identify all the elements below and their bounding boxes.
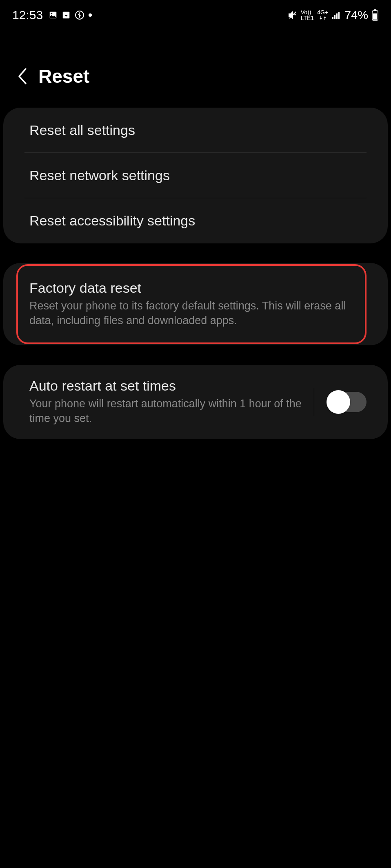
more-notifications-dot <box>89 13 92 17</box>
svg-rect-11 <box>373 13 377 20</box>
reset-accessibility-settings-item[interactable]: Reset accessibility settings <box>3 198 388 243</box>
svg-rect-6 <box>334 15 335 19</box>
download-icon <box>62 11 71 20</box>
setting-title: Reset accessibility settings <box>29 213 362 229</box>
setting-title: Auto restart at set times <box>29 378 314 394</box>
gallery-icon <box>49 11 58 20</box>
svg-rect-7 <box>336 13 338 19</box>
reset-network-settings-item[interactable]: Reset network settings <box>3 153 388 198</box>
setting-text: Auto restart at set times Your phone wil… <box>29 378 314 426</box>
reset-all-settings-item[interactable]: Reset all settings <box>3 108 388 153</box>
page-title: Reset <box>38 65 89 87</box>
app-update-icon <box>75 10 84 20</box>
status-left: 12:53 <box>12 8 92 22</box>
svg-rect-8 <box>338 12 340 19</box>
battery-icon <box>371 9 379 21</box>
auto-restart-toggle[interactable] <box>327 392 367 412</box>
back-button[interactable] <box>16 66 29 86</box>
setting-subtitle: Your phone will restart automatically wi… <box>29 396 314 426</box>
auto-restart-item[interactable]: Auto restart at set times Your phone wil… <box>3 365 388 439</box>
mute-icon <box>288 10 298 20</box>
factory-reset-section: Factory data reset Reset your phone to i… <box>3 263 388 345</box>
setting-title: Reset all settings <box>29 122 362 138</box>
svg-point-1 <box>51 13 53 15</box>
reset-options-section: Reset all settings Reset network setting… <box>3 108 388 243</box>
battery-percentage: 74% <box>344 9 368 22</box>
svg-rect-5 <box>332 17 333 19</box>
auto-restart-section: Auto restart at set times Your phone wil… <box>3 365 388 439</box>
network-type-label: 4G+ <box>317 9 328 21</box>
factory-data-reset-item[interactable]: Factory data reset Reset your phone to i… <box>3 263 388 345</box>
clock-time: 12:53 <box>12 8 43 22</box>
toggle-divider-container <box>314 388 367 416</box>
status-bar: 12:53 Vo)) LTE1 4G+ 74% <box>0 0 391 29</box>
signal-icon <box>331 11 341 19</box>
status-right: Vo)) LTE1 4G+ 74% <box>288 9 379 22</box>
setting-title: Reset network settings <box>29 168 362 183</box>
setting-subtitle: Reset your phone to its factory default … <box>29 298 362 328</box>
setting-title: Factory data reset <box>29 280 362 296</box>
page-header: Reset <box>0 29 391 108</box>
volte-label: Vo)) LTE1 <box>301 9 314 21</box>
toggle-knob <box>327 390 350 414</box>
